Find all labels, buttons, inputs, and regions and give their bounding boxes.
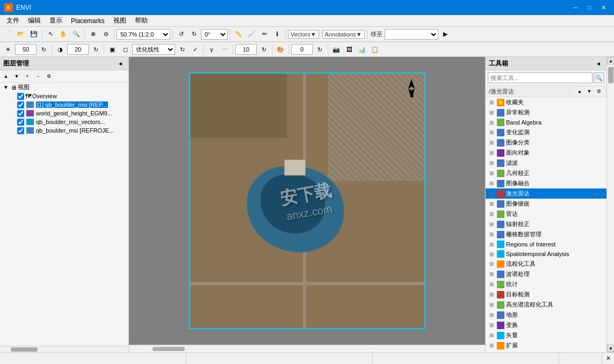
toolbox-item-22[interactable]: ⊞ 变换 (486, 320, 606, 330)
layer-up-btn[interactable]: ▲ (1, 71, 11, 81)
curve-btn[interactable]: ⋯ (219, 43, 230, 55)
toolbox-item-10[interactable]: ⊞ 图像镶嵌 (486, 199, 606, 209)
toolbox-item-20[interactable]: ⊞ 高光谱流程化工具 (486, 300, 606, 310)
status-close-btn[interactable]: ✕ (602, 353, 614, 364)
toolbox-item-9[interactable]: ⊞ 激光雷达 (486, 188, 606, 199)
screen4-btn[interactable]: 📋 (369, 43, 381, 55)
goto-btn[interactable]: ▶ (439, 28, 451, 40)
annotations-label[interactable]: Annotations▼ (322, 30, 365, 39)
screenshot-btn[interactable]: 📷 (330, 43, 342, 55)
toolbox-nav-down[interactable]: ▼ (585, 87, 594, 96)
zoom-select[interactable]: 50.7% (1:2.0 (117, 29, 170, 40)
tree-check-2[interactable] (17, 110, 24, 117)
menu-view[interactable]: 视图 (109, 15, 131, 26)
profile-button[interactable]: 📈 (245, 28, 257, 40)
bottom-hscrollbar[interactable] (129, 345, 485, 352)
toolbox-nav-up[interactable]: ▲ (575, 87, 584, 96)
menu-file[interactable]: 文件 (2, 15, 24, 26)
zoom-btn2[interactable]: ⊕ (87, 28, 99, 40)
contrast-btn[interactable]: ◑ (54, 43, 66, 55)
toolbox-item-16[interactable]: ⊞ 流程化工具 (486, 259, 606, 269)
value3-input[interactable]: 10 (235, 44, 257, 55)
measure-button[interactable]: 📏 (233, 28, 244, 40)
toolbox-item-6[interactable]: ⊞ 滤波 (486, 158, 606, 168)
zoom-btn3[interactable]: ⊖ (100, 28, 112, 40)
rotate-left-button[interactable]: ↺ (175, 28, 187, 40)
tree-item-4[interactable]: ▶ qb_boulder_msi [REFROJE... (8, 126, 128, 135)
rotate-right-button[interactable]: ↻ (188, 28, 200, 40)
angle-select[interactable]: 0° (201, 29, 228, 40)
toolbox-item-13[interactable]: ⊞ 栅格数据管理 (486, 229, 606, 239)
right-vscroll-up[interactable]: ▲ (607, 57, 614, 64)
gamma-btn[interactable]: γ (206, 43, 218, 55)
toolbox-item-12[interactable]: ⊞ 辐射校正 (486, 219, 606, 229)
toolbox-collapse-btn[interactable]: ◄ (594, 59, 603, 68)
refresh-btn5[interactable]: ↻ (314, 43, 326, 55)
toolbox-item-24[interactable]: ⊞ 扩展 (486, 340, 606, 351)
toolbox-settings-btn[interactable]: ⚙ (595, 87, 603, 96)
tree-check-1[interactable] (17, 101, 24, 108)
vectors-label[interactable]: Vectors▼ (288, 30, 319, 39)
tree-item-2[interactable]: ▶ world_geoid_height_EGM9... (8, 109, 128, 118)
screen3-btn[interactable]: 📊 (356, 43, 368, 55)
brightness-input[interactable]: 50 (15, 44, 37, 55)
brightness-btn[interactable]: ☀ (2, 43, 14, 55)
tree-item-3[interactable]: ▶ qb_boulder_msi_vectors... (8, 118, 128, 126)
menu-help[interactable]: 帮助 (131, 15, 152, 26)
tree-expand-2[interactable]: ▶ (9, 110, 16, 117)
toolbox-item-21[interactable]: ⊞ 地形 (486, 310, 606, 320)
toolbox-item-2[interactable]: ⊞ Band Algebra (486, 118, 606, 127)
info-button[interactable]: ℹ (271, 28, 283, 40)
layer-panel-collapse[interactable]: ◄ (115, 59, 125, 68)
color-btn[interactable]: 🎨 (275, 43, 286, 55)
tree-expand-3[interactable]: ▶ (9, 118, 16, 126)
tree-expand-0[interactable]: ▶ (9, 92, 16, 100)
minimize-button[interactable]: ─ (569, 2, 582, 13)
screen2-btn[interactable]: 🖼 (343, 43, 355, 55)
toolbox-item-8[interactable]: ⊞ 图像融合 (486, 178, 606, 188)
stretch-select[interactable]: 优化线性 (132, 44, 175, 55)
refresh-btn3[interactable]: ↻ (176, 43, 188, 55)
maximize-button[interactable]: □ (583, 2, 596, 13)
close-button[interactable]: ✕ (597, 2, 610, 13)
viewport-image[interactable]: 安下载 anxz.com N (189, 72, 425, 329)
layer-settings-btn[interactable]: ⚙ (44, 71, 54, 81)
cursor-button[interactable]: ↖ (45, 28, 56, 40)
tree-item-0[interactable]: ▶ 🗺 Overview (8, 92, 128, 100)
annotate-button[interactable]: ✏ (258, 28, 270, 40)
tree-expand-1[interactable]: ▶ (9, 101, 16, 108)
toolbox-item-23[interactable]: ⊞ 矢量 (486, 330, 606, 340)
layer-remove-btn[interactable]: − (33, 71, 43, 81)
toolbox-search-btn[interactable]: 🔍 (594, 72, 604, 83)
toolbox-item-15[interactable]: ⊞ Spatiotemporal Analysis (486, 249, 606, 259)
box-btn2[interactable]: ◻ (119, 43, 131, 55)
new-button[interactable]: 📄 (2, 28, 14, 40)
toolbox-item-0[interactable]: ⊞ ⭐ 收藏夹 (486, 97, 606, 107)
toolbox-item-7[interactable]: ⊞ 几何校正 (486, 168, 606, 178)
contrast-input[interactable]: 20 (67, 44, 89, 55)
box-btn1[interactable]: ▣ (106, 43, 118, 55)
layer-down-btn[interactable]: ▼ (12, 71, 21, 81)
map-area[interactable]: 安下载 anxz.com N (129, 57, 485, 345)
tree-check-3[interactable] (17, 119, 24, 126)
menu-display[interactable]: 显示 (45, 15, 67, 26)
toolbox-item-5[interactable]: ⊞ 面向对象 (486, 148, 606, 158)
layer-add-btn[interactable]: + (23, 71, 32, 81)
toolbox-item-18[interactable]: ⊞ 统计 (486, 279, 606, 289)
toolbox-item-11[interactable]: ⊞ 雷达 (486, 209, 606, 219)
menu-placemarks[interactable]: Placemarks (67, 15, 109, 26)
toolbox-item-1[interactable]: ⊞ 异常检测 (486, 107, 606, 118)
save-button[interactable]: 💾 (28, 28, 40, 40)
left-hscrollbar[interactable] (0, 346, 128, 352)
toolbox-item-3[interactable]: ⊞ 变化监测 (486, 127, 606, 137)
toolbox-item-17[interactable]: ⊞ 波谱处理 (486, 269, 606, 279)
tree-expand-4[interactable]: ▶ (9, 127, 16, 134)
toolbox-item-4[interactable]: ⊞ 图像分类 (486, 137, 606, 148)
open-button[interactable]: 📂 (15, 28, 27, 40)
toolbox-item-14[interactable]: ⊞ Regions of Interest (486, 239, 606, 249)
tree-root[interactable]: ▼ 🖥 视图 (1, 83, 128, 92)
toolbox-search-input[interactable] (488, 72, 593, 83)
zoom-in-button[interactable]: 🔍 (70, 28, 82, 40)
pan-button[interactable]: ✋ (57, 28, 69, 40)
refresh-btn1[interactable]: ↻ (38, 43, 49, 55)
